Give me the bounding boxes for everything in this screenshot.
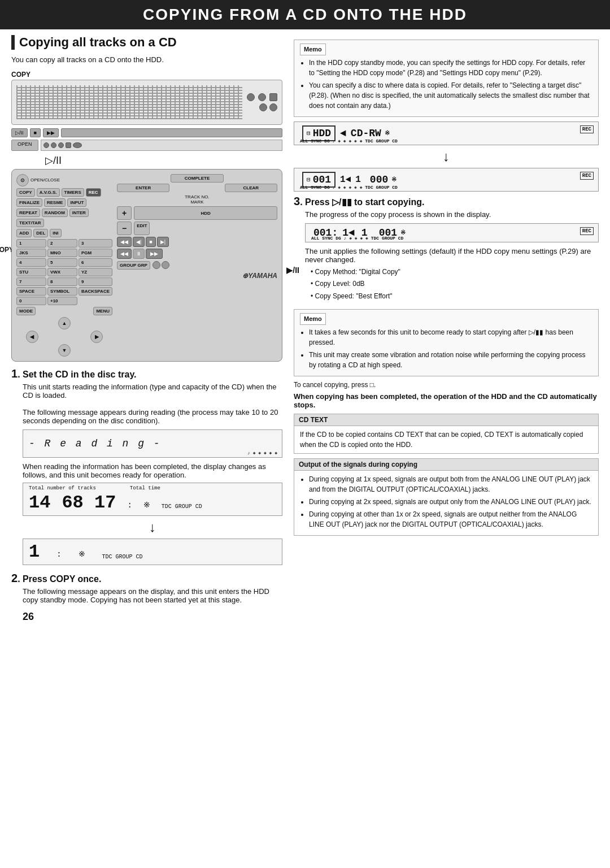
btn-stop[interactable]: ■	[30, 128, 41, 137]
remote-control: COPY ⊙ OPEN/CLOSE COPY A.V.G.S. TI	[11, 169, 282, 362]
knob-4[interactable]	[269, 103, 277, 111]
btn-other[interactable]	[61, 128, 282, 137]
btn-del[interactable]: DEL	[33, 229, 48, 237]
btn-resme[interactable]: RESME	[44, 198, 66, 207]
btn-pgm[interactable]: PGM	[79, 249, 112, 257]
step-3-num: 3. Press ▷/▮▮ to start copying.	[294, 195, 599, 208]
btn-backspace[interactable]: BACKSPACE	[79, 287, 112, 296]
btn-down[interactable]: ▼	[58, 344, 71, 357]
step-3-text2: The unit applies the following settings …	[305, 247, 599, 264]
display-001-box: ⊟ 001 1◄ 1 000 ※ REC ALL SYNC DG ♪ ◈ ◈ ◈…	[294, 168, 599, 192]
btn-space[interactable]: SPACE	[16, 287, 46, 296]
label-time: Total time	[130, 485, 160, 491]
btn-play-prev[interactable]: ◀|	[133, 237, 145, 247]
btn-add[interactable]: ADD	[16, 229, 32, 237]
btn-play-rew[interactable]: ◀◀	[117, 237, 132, 247]
btn-plus[interactable]: +	[117, 206, 132, 220]
btn-input[interactable]: INPUT	[67, 198, 86, 207]
btn-0[interactable]: 0	[16, 297, 46, 305]
btn-timers[interactable]: TIMERS	[62, 188, 84, 197]
indicator-2	[51, 142, 56, 148]
btn-minus[interactable]: −	[117, 222, 132, 235]
btn-plus10[interactable]: +10	[47, 297, 77, 305]
btn-repeat[interactable]: REPEAT	[16, 209, 40, 217]
btn-enter[interactable]: ENTER	[117, 184, 169, 192]
btn-8[interactable]: 8	[47, 277, 77, 286]
output-signals-body: During copying at 1x speed, signals are …	[294, 471, 598, 535]
indicator-4	[66, 142, 71, 148]
label-tracks: Total number of tracks	[29, 485, 96, 491]
single-colon: :	[56, 550, 61, 559]
btn-2[interactable]: 2	[47, 239, 77, 248]
btn-play-pause2[interactable]: ⏸	[133, 249, 145, 259]
knob-3[interactable]	[259, 103, 267, 111]
step-2-body: The following message appears on the dis…	[11, 587, 282, 604]
btn-copy[interactable]: COPY	[16, 188, 35, 197]
remote-right: COMPLETE ENTER CLEAR TRACK NO.MARK +	[117, 174, 277, 357]
btn-vwx[interactable]: VWX	[47, 268, 77, 276]
001-sub-indicators: ALL SYNC DG ♪ ◈ ◈ ◈ ◈ ◈ TDC GROUP CD	[300, 185, 398, 190]
hdd-label-btn: HDD	[134, 206, 277, 220]
progress-display: 001: 1◄ 1 001 ※ REC ALL SYNC DG ♪ ◈ ◈ ◈ …	[305, 223, 599, 242]
btn-jks[interactable]: JKS	[16, 249, 46, 257]
btn-1[interactable]: 1	[16, 239, 46, 248]
btn-up[interactable]: ▲	[58, 317, 71, 329]
btn-play-back[interactable]: ◀◀	[117, 249, 132, 259]
btn-play-pause[interactable]: ▶|	[157, 237, 169, 247]
btn-hdd[interactable]: HDD	[134, 206, 277, 220]
btn-symbol[interactable]: SYMBOL	[47, 287, 77, 296]
btn-avgs[interactable]: A.V.G.S.	[37, 188, 60, 197]
cancel-note: To cancel copying, press □.	[294, 381, 599, 389]
btn-forward[interactable]: ▶▶	[43, 128, 59, 137]
circle-btn-1[interactable]	[152, 261, 160, 269]
btn-open-close[interactable]: ⊙	[16, 174, 29, 186]
btn-play-play[interactable]: ▶▶	[146, 249, 163, 259]
knob-2[interactable]	[258, 93, 266, 101]
btn-left[interactable]: ◀	[26, 331, 38, 343]
hdd-cdrw-display: ⊟ HDD ◄ CD-RW ※ REC ALL SYNC DG ♪ ◈ ◈ ◈ …	[294, 121, 599, 145]
memo-item-2-1: It takes a few seconds for this unit to …	[309, 327, 592, 348]
open-close-label: OPEN/CLOSE	[30, 174, 60, 186]
btn-random[interactable]: RANDOM	[42, 209, 68, 217]
copy-level-label: • Copy Level:	[311, 280, 352, 288]
intro-text: You can copy all tracks on a CD onto the…	[11, 55, 282, 64]
memo-list-2: It takes a few seconds for this unit to …	[300, 327, 592, 370]
btn-7[interactable]: 7	[16, 277, 46, 286]
btn-yz[interactable]: YZ	[79, 268, 112, 276]
reading-text: - R e a d i n g -	[29, 438, 162, 449]
indicator-3	[58, 142, 64, 148]
btn-text-tar[interactable]: TEXT/TAR	[16, 219, 44, 227]
btn-clear[interactable]: CLEAR	[225, 184, 277, 192]
btn-complete[interactable]: COMPLETE	[171, 174, 223, 183]
btn-4[interactable]: 4	[16, 258, 46, 267]
btn-finalize[interactable]: FINALIZE	[16, 198, 42, 207]
btn-inter[interactable]: INTER	[69, 209, 89, 217]
001-one: 1	[355, 175, 361, 185]
step-2-text: The following message appears on the dis…	[23, 587, 282, 604]
track-level-labels: TRACK NO.MARK	[117, 194, 277, 205]
btn-group-grp[interactable]: GROUP GRP	[117, 261, 150, 270]
btn-mode[interactable]: MODE	[16, 307, 36, 315]
circle-btn-2[interactable]	[162, 261, 169, 269]
btn-mno[interactable]: MNO	[47, 249, 77, 257]
display-time-colon: :	[127, 501, 132, 510]
copy-method-label: • Copy Method:	[311, 268, 359, 276]
btn-stu[interactable]: STU	[16, 268, 46, 276]
001-counter: 000	[370, 174, 388, 185]
knob-1[interactable]	[247, 93, 255, 101]
btn-menu[interactable]: MENU	[93, 307, 112, 315]
btn-ini[interactable]: INI	[50, 229, 61, 237]
remote-right-nav: COMPLETE ENTER CLEAR	[117, 174, 277, 192]
btn-3[interactable]: 3	[79, 239, 112, 248]
btn-play[interactable]: ▷/II	[11, 128, 28, 137]
btn-6[interactable]: 6	[79, 258, 112, 267]
btn-right[interactable]: ▶	[90, 331, 103, 343]
down-arrow-2: ↓	[294, 149, 599, 164]
btn-open[interactable]: OPEN	[11, 140, 38, 151]
step-1-text2: The following message appears during rea…	[23, 408, 282, 425]
btn-rec[interactable]: REC	[86, 188, 101, 197]
btn-play-stop[interactable]: ■	[146, 237, 155, 247]
btn-5[interactable]: 5	[47, 258, 77, 267]
btn-9[interactable]: 9	[79, 277, 112, 286]
btn-edit[interactable]: EDIT	[134, 222, 150, 235]
